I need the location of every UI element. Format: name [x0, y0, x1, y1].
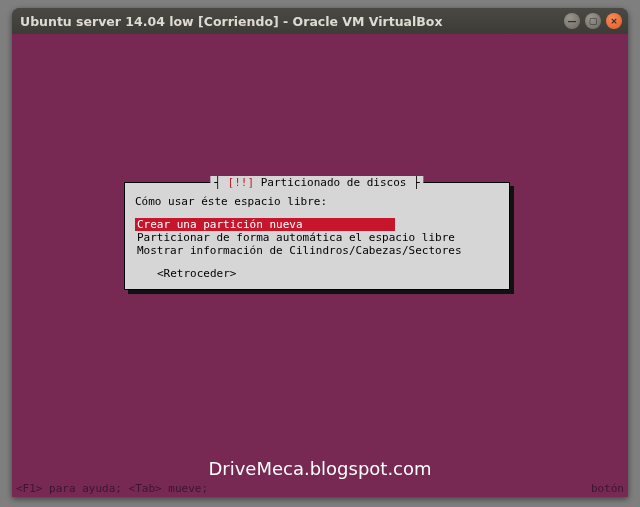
dialog-bang: [!!]: [228, 176, 255, 189]
dialog-dash-left: ┤: [214, 176, 227, 189]
help-bar-right: botón: [591, 482, 624, 495]
vm-framebuffer[interactable]: ┤ [!!] Particionado de discos ├ Cómo usa…: [12, 34, 628, 497]
back-button[interactable]: <Retroceder>: [157, 267, 501, 280]
titlebar[interactable]: Ubuntu server 14.04 low [Corriendo] - Or…: [12, 8, 628, 34]
minimize-icon[interactable]: —: [564, 13, 580, 29]
partition-dialog: ┤ [!!] Particionado de discos ├ Cómo usa…: [124, 182, 510, 290]
menu-item-auto-partition[interactable]: Particionar de forma automática el espac…: [135, 231, 457, 244]
menu-item-show-chs[interactable]: Mostrar información de Cilindros/Cabezas…: [135, 244, 464, 257]
dialog-dash-right: ├: [413, 176, 420, 189]
dialog-header: ┤ [!!] Particionado de discos ├: [210, 176, 423, 189]
dialog-menu: Crear una partición nueva Particionar de…: [135, 218, 499, 257]
watermark-text: DriveMeca.blogspot.com: [12, 458, 628, 479]
help-bar-left: <F1> para ayuda; <Tab> mueve;: [16, 482, 591, 495]
maximize-icon[interactable]: ▢: [585, 13, 601, 29]
close-icon[interactable]: ×: [606, 13, 622, 29]
help-bar: <F1> para ayuda; <Tab> mueve; botón: [12, 482, 628, 495]
dialog-title: Particionado de discos: [254, 176, 413, 189]
menu-item-create-partition[interactable]: Crear una partición nueva: [135, 218, 395, 231]
window-title: Ubuntu server 14.04 low [Corriendo] - Or…: [20, 14, 559, 29]
dialog-prompt: Cómo usar éste espacio libre:: [135, 195, 499, 208]
vm-window: Ubuntu server 14.04 low [Corriendo] - Or…: [12, 8, 628, 497]
